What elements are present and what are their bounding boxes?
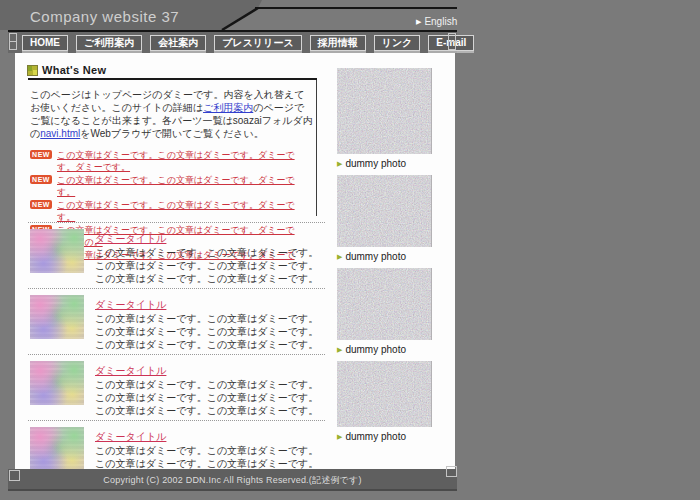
new-badge: NEW <box>30 200 52 209</box>
section-title-link[interactable]: ダミータイトル <box>95 365 166 377</box>
intro-and-news-block: このページはトップページのダミーです。内容を入れ替えてお使いください。このサイト… <box>28 80 317 216</box>
photo-sidebar: ▶ dummy photo ▶ dummy photo ▶ <box>337 68 432 448</box>
english-link-label: English <box>424 16 457 27</box>
thumbnail-image <box>30 361 84 405</box>
whats-new-heading: What's New <box>28 62 317 80</box>
article-section: ダミータイトル この文章はダミーです。この文章はダミーです。この文章はダミーです… <box>28 354 325 420</box>
nav-end-ornament-left <box>9 33 17 50</box>
photo-caption-label: dummy photo <box>345 344 406 356</box>
news-item: NEW この文章はダミーです。この文章はダミーです。ダミーです。ダミーです。 <box>30 149 312 173</box>
photo-caption: ▶ dummy photo <box>337 344 432 356</box>
photo-block: ▶ dummy photo <box>337 68 432 170</box>
thumbnail-image <box>30 295 84 339</box>
section-title-link[interactable]: ダミータイトル <box>95 233 166 245</box>
intro-text-3: をWebブラウザで開いてご覧ください。 <box>80 128 263 139</box>
arrow-bullet-icon: ▶ <box>337 253 342 261</box>
article-sections: ダミータイトル この文章はダミーです。この文章はダミーです。この文章はダミーです… <box>28 222 325 469</box>
footer-ornament-left <box>9 470 20 481</box>
guide-page-link[interactable]: ご利用案内 <box>203 102 253 113</box>
thumbnail-image <box>30 427 84 469</box>
arrow-bullet-icon: ▶ <box>337 346 342 354</box>
photo-block: ▶ dummy photo <box>337 268 432 356</box>
news-link[interactable]: この文章はダミーです。この文章はダミーです。ダミーです。ダミーです。 <box>57 149 312 173</box>
section-body: この文章はダミーです。この文章はダミーです。この文章はダミーです。この文章はダミ… <box>95 246 323 285</box>
photo-block: ▶ dummy photo <box>337 361 432 443</box>
photo-caption: ▶ dummy photo <box>337 251 432 263</box>
section-text: ダミータイトル この文章はダミーです。この文章はダミーです。この文章はダミーです… <box>95 426 323 469</box>
section-body: この文章はダミーです。この文章はダミーです。この文章はダミーです。この文章はダミ… <box>95 312 323 351</box>
news-link[interactable]: この文章はダミーです。この文章はダミーです。ダミーです。 <box>57 174 312 198</box>
photo-caption-label: dummy photo <box>345 158 406 170</box>
main-content-area: What's New このページはトップページのダミーです。内容を入れ替えてお使… <box>15 53 455 469</box>
section-text: ダミータイトル この文章はダミーです。この文章はダミーです。この文章はダミーです… <box>95 294 323 351</box>
section-body: この文章はダミーです。この文章はダミーです。この文章はダミーです。この文章はダミ… <box>95 444 323 469</box>
article-section: ダミータイトル この文章はダミーです。この文章はダミーです。この文章はダミーです… <box>28 222 325 288</box>
article-section: ダミータイトル この文章はダミーです。この文章はダミーです。この文章はダミーです… <box>28 288 325 354</box>
dummy-photo-image <box>337 175 432 247</box>
photo-caption: ▶ dummy photo <box>337 431 432 443</box>
photo-caption-label: dummy photo <box>345 431 406 443</box>
arrow-bullet-icon: ▶ <box>337 160 342 168</box>
page-canvas: Company website 37 ▶ English HOME ご利用案内 … <box>0 0 700 500</box>
photo-caption-label: dummy photo <box>345 251 406 263</box>
site-title: Company website 37 <box>30 8 179 25</box>
nav-tab-press[interactable]: プレスリリース <box>214 35 301 51</box>
section-body: この文章はダミーです。この文章はダミーです。この文章はダミーです。この文章はダミ… <box>95 378 323 417</box>
section-text: ダミータイトル この文章はダミーです。この文章はダミーです。この文章はダミーです… <box>95 360 323 417</box>
arrow-right-icon: ▶ <box>416 18 421 26</box>
dummy-photo-image <box>337 268 432 340</box>
whats-new-title: What's New <box>42 64 106 76</box>
article-section: ダミータイトル この文章はダミーです。この文章はダミーです。この文章はダミーです… <box>28 420 325 469</box>
main-navigation: HOME ご利用案内 会社案内 プレスリリース 採用情報 リンク E-mail <box>8 30 457 53</box>
new-badge: NEW <box>30 150 52 159</box>
dummy-photo-image <box>337 361 432 427</box>
thumbnail-image <box>30 229 84 273</box>
section-title-link[interactable]: ダミータイトル <box>95 431 166 443</box>
nav-end-ornament-right <box>448 33 456 50</box>
checker-bullet-icon <box>28 66 37 75</box>
arrow-bullet-icon: ▶ <box>337 433 342 441</box>
news-link[interactable]: この文章はダミーです。この文章はダミーです。ダミーです。 <box>57 199 312 223</box>
nav-tab-links[interactable]: リンク <box>374 35 421 51</box>
intro-paragraph: このページはトップページのダミーです。内容を入れ替えてお使いください。このサイト… <box>30 88 313 140</box>
nav-tab-home[interactable]: HOME <box>22 35 68 51</box>
nav-tab-recruit[interactable]: 採用情報 <box>310 35 366 51</box>
navi-html-link[interactable]: navi.html <box>40 128 80 139</box>
photo-block: ▶ dummy photo <box>337 175 432 263</box>
new-badge: NEW <box>30 175 52 184</box>
nav-tab-company[interactable]: 会社案内 <box>150 35 206 51</box>
dummy-photo-image <box>337 68 432 154</box>
news-item: NEW この文章はダミーです。この文章はダミーです。ダミーです。 <box>30 199 312 223</box>
news-item: NEW この文章はダミーです。この文章はダミーです。ダミーです。 <box>30 174 312 198</box>
copyright-text: Copyright (C) 2002 DDN.Inc All Rights Re… <box>103 475 361 485</box>
english-language-link[interactable]: ▶ English <box>416 16 457 27</box>
nav-tab-guide[interactable]: ご利用案内 <box>76 35 142 51</box>
footer: Copyright (C) 2002 DDN.Inc All Rights Re… <box>8 469 457 491</box>
photo-caption: ▶ dummy photo <box>337 158 432 170</box>
footer-ornament-right <box>446 466 457 477</box>
section-text: ダミータイトル この文章はダミーです。この文章はダミーです。この文章はダミーです… <box>95 228 323 285</box>
section-title-link[interactable]: ダミータイトル <box>95 299 166 311</box>
